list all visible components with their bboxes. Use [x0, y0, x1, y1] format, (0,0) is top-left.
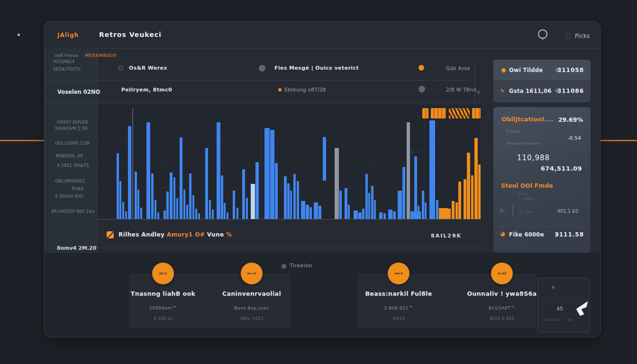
- bar: [132, 108, 133, 219]
- rows-vertical-divider: [474, 60, 475, 102]
- bar-icon: [512, 204, 513, 217]
- sidebar-orange-tag: MEXAMBIEIO: [85, 53, 117, 58]
- bar: [151, 173, 154, 219]
- row1-right-label[interactable]: Gibi Ante: [446, 65, 470, 71]
- picks-button[interactable]: Picks: [575, 33, 590, 39]
- bar: [119, 181, 121, 219]
- bar: [155, 200, 156, 219]
- footnote-2: 49: [567, 318, 573, 322]
- bar: [192, 195, 194, 219]
- bar: [212, 209, 214, 219]
- bar: [189, 173, 191, 219]
- stat-card-title[interactable]: Beass:narkil Ful8le: [342, 290, 455, 297]
- bar: [429, 120, 435, 219]
- heat-strip-block: [422, 108, 428, 118]
- rp-row3-value: 3111.58: [555, 231, 584, 238]
- bar: [348, 205, 350, 219]
- search-pin-icon[interactable]: [537, 28, 549, 43]
- axis-label: OOLLUVAB /158: [55, 141, 90, 146]
- bar: [293, 174, 296, 219]
- right-panel-rows: Owi Tildde 311058 ∿ Gsta 1611,06 311086: [493, 60, 591, 102]
- axis-label: 4.5001 OO&TS: [57, 163, 89, 168]
- row-divider: [45, 80, 474, 81]
- fund-divider: [499, 227, 585, 227]
- rp-row2-value: 311086: [557, 88, 584, 94]
- bar: [407, 122, 410, 219]
- bar: [418, 206, 419, 219]
- dashboard-card: JAligh Retros Veukeci Picks no6 fmova AG…: [44, 21, 601, 337]
- bar: [422, 191, 424, 219]
- app-logo: JAligh: [57, 32, 79, 38]
- mini-widget-divider: [542, 299, 586, 300]
- wave-icon: ∿: [500, 87, 505, 94]
- corner-dot: [18, 34, 20, 36]
- stat-card-sub1: 3.808.011™: [342, 305, 455, 310]
- bar: [452, 201, 455, 219]
- sidebar-top-line1: no6 fmova: [55, 53, 78, 58]
- radio-button[interactable]: [118, 65, 123, 71]
- row1-label[interactable]: Os&R Werex: [129, 65, 167, 71]
- bar: [290, 191, 292, 219]
- bar: [436, 200, 438, 219]
- footer-accent: Amury1 O#: [167, 231, 205, 238]
- square-icon: [500, 209, 503, 212]
- stat-card-sub2: 38ta, h011: [195, 316, 309, 321]
- bar: [318, 206, 321, 219]
- heat-strip-block: [431, 108, 446, 118]
- row2-center-label[interactable]: Ebteung o8T/38: [284, 87, 326, 92]
- bar: [398, 191, 402, 219]
- bar: [125, 211, 127, 219]
- chart-footer-title: Rilhes Andley Amury1 O# Vune %: [118, 231, 232, 238]
- bar: [122, 202, 124, 219]
- bar: [388, 209, 392, 219]
- bar: [205, 148, 208, 219]
- bar: [221, 175, 223, 219]
- stat-card-sub1: 8o1GA0T™: [445, 305, 559, 310]
- bar: [354, 210, 358, 219]
- bar: [371, 186, 373, 219]
- stats-delta: -0.54: [568, 135, 581, 141]
- mini-widget-x[interactable]: x: [552, 284, 555, 290]
- bar: [402, 167, 405, 219]
- bar: [173, 177, 175, 219]
- row2-status-dot: [419, 86, 425, 92]
- rp-row2-label[interactable]: Gsta 1611,06: [509, 88, 552, 94]
- bar-chart: 6 ⸺: [98, 105, 481, 219]
- rp-row3-label[interactable]: Fike 6000e: [509, 231, 544, 238]
- bar: [393, 211, 396, 219]
- picks-icon: [565, 33, 571, 39]
- stat-card-title[interactable]: Ounnaliv ! ywa8S6a: [445, 290, 559, 297]
- stat-card-icon: lw kZ: [491, 263, 513, 284]
- bar: [246, 198, 248, 219]
- sidebar-top-line3[interactable]: SESN/TOOTh: [53, 67, 81, 72]
- axis-label: VOSSY DOVOE: [57, 120, 88, 125]
- page-title: Retros Veukeci: [99, 31, 162, 38]
- bar: [135, 172, 137, 219]
- fund-title[interactable]: Steol OOl Fmde: [501, 182, 553, 189]
- bar: [414, 156, 417, 219]
- sidebar-section-label[interactable]: Voselen 02NO: [57, 89, 100, 95]
- row2-right-label[interactable]: 2/8 W TBnd: [446, 87, 476, 92]
- pie-icon: ◕: [500, 230, 505, 237]
- stat-card-title[interactable]: Caninvenrvaolial: [195, 290, 309, 297]
- bar: [362, 209, 364, 219]
- bar: [464, 179, 466, 219]
- stat-card-sub1: 8ave 8ay,/uair: [195, 305, 309, 310]
- row2-label[interactable]: Pellryem, 8tmc0: [121, 87, 172, 93]
- bar: [233, 191, 235, 219]
- sidebar-top-line2: AGSDNG4: [53, 59, 74, 64]
- legend-label: Tireelon: [290, 263, 312, 269]
- bar: [157, 212, 159, 219]
- bar: [439, 208, 448, 219]
- rp-row1-label[interactable]: Owi Tildde: [509, 67, 543, 73]
- fund-value: 401.1 £0: [557, 209, 578, 214]
- bar: [198, 213, 200, 219]
- bar: [275, 163, 278, 219]
- chart-annotation: 6 ⸺: [412, 150, 423, 154]
- row1-center-label[interactable]: Fies Mesgé | Ouics veterict: [274, 65, 359, 71]
- footer-name2: Vune: [207, 231, 224, 238]
- bar: [309, 207, 312, 219]
- row2-tiny-dot: [477, 91, 480, 94]
- bar: [117, 153, 119, 219]
- fund-line2: | >UA8u1: [519, 197, 535, 201]
